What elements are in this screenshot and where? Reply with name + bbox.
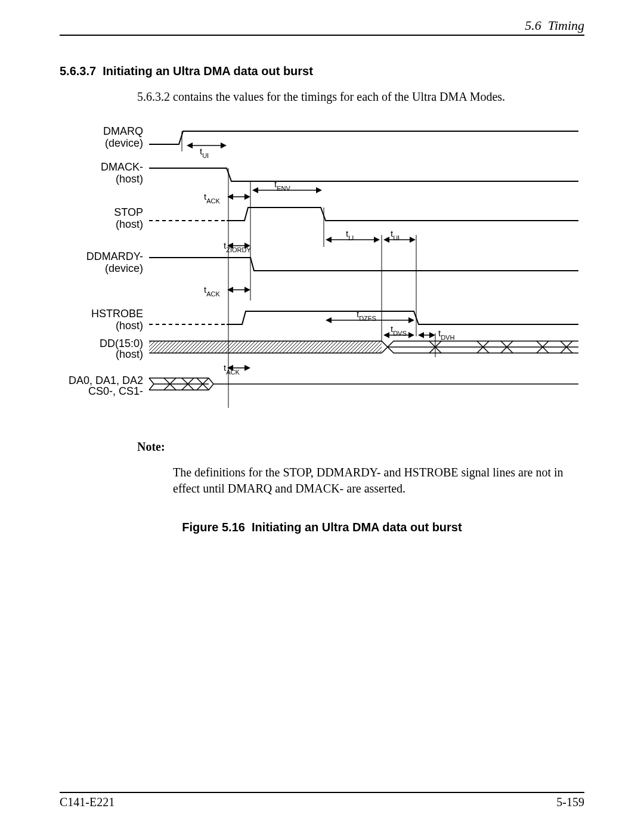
label-stop-src: (host) — [116, 218, 143, 230]
figure-number: Figure 5.16 — [182, 521, 245, 534]
label-da2: CS0-, CS1- — [88, 385, 143, 397]
header-section: 5.6 — [525, 18, 541, 33]
note-text: The definitions for the STOP, DDMARDY- a… — [173, 465, 584, 497]
label-dmack-src: (host) — [116, 173, 143, 185]
footer-left: C141-E221 — [60, 795, 114, 809]
intro-text: 5.6.3.2 contains the values for the timi… — [137, 90, 584, 104]
label-stop: STOP — [114, 206, 143, 218]
label-dmack: DMACK- — [101, 161, 143, 173]
timing-diagram: DMARQ (device) DMACK- (host) STOP (host)… — [60, 122, 584, 416]
page-header: 5.6 Timing — [60, 18, 584, 36]
label-dd-src: (host) — [116, 348, 143, 360]
footer-right: 5-159 — [556, 795, 584, 809]
section-heading: 5.6.3.7 Initiating an Ultra DMA data out… — [60, 64, 584, 78]
svg-text:tACK: tACK — [204, 191, 220, 205]
section-title: Initiating an Ultra DMA data out burst — [103, 64, 313, 78]
label-hstrobe: HSTROBE — [91, 308, 143, 320]
label-ddmardy: DDMARDY- — [86, 250, 143, 262]
figure-caption: Figure 5.16 Initiating an Ultra DMA data… — [60, 521, 584, 534]
svg-text:tZIORDY: tZIORDY — [224, 240, 251, 253]
label-da: DA0, DA1, DA2 — [69, 374, 143, 386]
svg-rect-0 — [149, 341, 382, 353]
label-dmarq: DMARQ — [103, 125, 143, 137]
figure-title: Initiating an Ultra DMA data out burst — [252, 521, 462, 534]
page-footer: C141-E221 5-159 — [60, 792, 584, 809]
section-number: 5.6.3.7 — [60, 64, 96, 78]
svg-text:tACK: tACK — [204, 284, 220, 298]
label-dd: DD(15:0) — [100, 337, 143, 349]
svg-text:tDVH: tDVH — [438, 328, 454, 341]
svg-text:tACK: tACK — [224, 363, 240, 376]
svg-text:tDVS: tDVS — [391, 324, 407, 337]
svg-text:tUI: tUI — [200, 146, 209, 159]
label-ddmardy-src: (device) — [105, 262, 143, 274]
label-hstrobe-src: (host) — [116, 320, 143, 332]
header-title: Timing — [548, 18, 584, 33]
label-dmarq-src: (device) — [105, 137, 143, 149]
note-label: Note: — [137, 440, 584, 454]
